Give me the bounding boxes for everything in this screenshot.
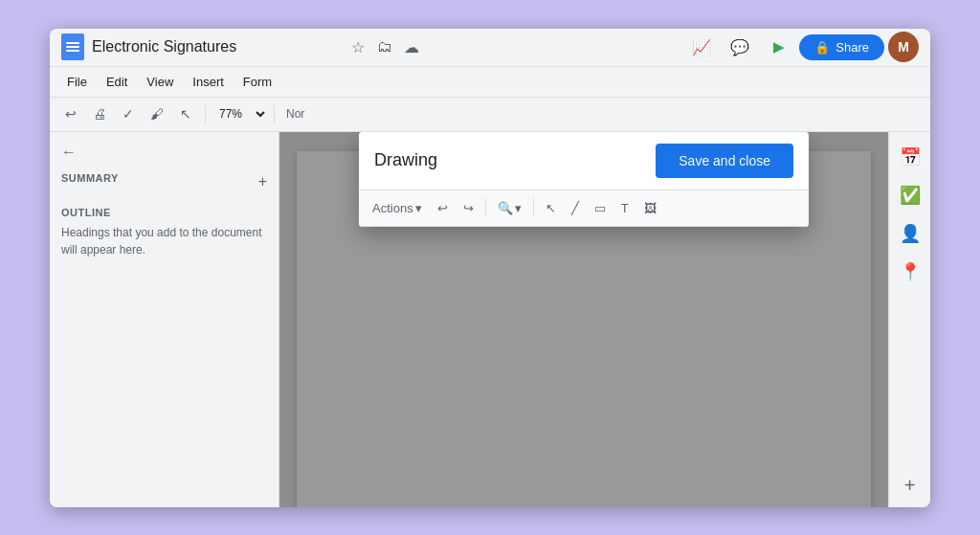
- print-button[interactable]: 🖨: [86, 100, 113, 127]
- drawing-toolbar: Actions ▾ ↩ ↪ 🔍▾ ↖ ╱ ▭ T: [359, 190, 809, 227]
- menu-format[interactable]: Form: [234, 71, 281, 93]
- paint-format-button[interactable]: 🖌: [144, 100, 170, 127]
- modal-overlay: Drawing Save and close Actions ▾ ↩ ↪: [279, 132, 888, 507]
- dialog-title: Drawing: [374, 150, 437, 170]
- menu-file[interactable]: File: [57, 71, 97, 93]
- normal-style-select[interactable]: Nor: [280, 100, 310, 127]
- text-tool-button[interactable]: T: [615, 194, 635, 221]
- undo-button[interactable]: ↩: [57, 100, 84, 127]
- toolbar: ↩ 🖨 ✓ 🖌 ↖ 77% 100% Nor: [50, 98, 930, 132]
- cloud-icon[interactable]: ☁: [402, 37, 421, 56]
- doc-area: Drawing Save and close Actions ▾ ↩ ↪: [279, 132, 888, 507]
- right-sidebar: 📅 ✅ 👤 📍 +: [888, 132, 930, 507]
- share-button[interactable]: 🔒 Share: [799, 34, 884, 60]
- calendar-sidebar-icon[interactable]: 📅: [893, 140, 927, 174]
- title-actions: ☆ 🗂 ☁: [348, 37, 421, 56]
- star-icon[interactable]: ☆: [348, 37, 368, 56]
- tasks-sidebar-icon[interactable]: ✅: [893, 178, 927, 212]
- doc-icon: [61, 33, 84, 60]
- summary-label: SUMMARY: [61, 172, 119, 184]
- menu-view[interactable]: View: [137, 71, 183, 93]
- menu-bar: File Edit View Insert Form: [50, 67, 930, 98]
- line-tool-button[interactable]: ╱: [566, 194, 585, 221]
- actions-chevron-icon: ▾: [415, 201, 422, 215]
- drawing-divider-2: [533, 198, 534, 217]
- meet-icon[interactable]: ▶: [761, 30, 795, 64]
- drawing-divider-1: [485, 198, 486, 217]
- dialog-header: Drawing Save and close: [359, 132, 809, 190]
- pointer-button[interactable]: ↖: [172, 100, 199, 127]
- maps-sidebar-icon[interactable]: 📍: [893, 255, 927, 289]
- app-window: Electronic Signatures ☆ 🗂 ☁ 📈 💬 ▶ 🔒 Shar…: [50, 29, 930, 507]
- chart-icon[interactable]: 📈: [684, 30, 719, 64]
- menu-edit[interactable]: Edit: [97, 71, 137, 93]
- save-and-close-button[interactable]: Save and close: [656, 144, 793, 178]
- title-bar: Electronic Signatures ☆ 🗂 ☁ 📈 💬 ▶ 🔒 Shar…: [50, 29, 930, 67]
- contacts-sidebar-icon[interactable]: 👤: [893, 216, 927, 251]
- chat-icon[interactable]: 💬: [723, 30, 757, 64]
- zoom-icon: 🔍: [498, 201, 513, 215]
- outline-description: Headings that you add to the document wi…: [61, 224, 267, 258]
- image-tool-button[interactable]: 🖼: [638, 194, 662, 221]
- undo-drawing-button[interactable]: ↩: [432, 194, 454, 221]
- summary-add-icon[interactable]: +: [258, 173, 267, 190]
- actions-menu[interactable]: Actions ▾: [367, 194, 428, 221]
- redo-drawing-button[interactable]: ↪: [457, 194, 479, 221]
- menu-insert[interactable]: Insert: [183, 71, 234, 93]
- toolbar-divider-1: [205, 104, 206, 123]
- select-tool-button[interactable]: ↖: [540, 194, 562, 221]
- sidebar-back-button[interactable]: ←: [61, 144, 267, 161]
- spell-check-button[interactable]: ✓: [115, 100, 142, 127]
- summary-section: SUMMARY +: [61, 172, 267, 191]
- share-lock-icon: 🔒: [814, 40, 830, 55]
- main-content: ← SUMMARY + OUTLINE Headings that you ad…: [50, 132, 930, 507]
- drawing-dialog: Drawing Save and close Actions ▾ ↩ ↪: [359, 132, 809, 227]
- zoom-chevron: ▾: [515, 201, 522, 215]
- shape-tool-button[interactable]: ▭: [589, 194, 612, 221]
- right-icons: 📈 💬 ▶ 🔒 Share M: [684, 30, 919, 64]
- toolbar-divider-2: [274, 104, 275, 123]
- document-title: Electronic Signatures: [92, 38, 341, 56]
- folder-icon[interactable]: 🗂: [375, 37, 394, 56]
- zoom-drawing-button[interactable]: 🔍▾: [492, 194, 527, 221]
- zoom-select[interactable]: 77% 100%: [212, 104, 268, 123]
- left-sidebar: ← SUMMARY + OUTLINE Headings that you ad…: [50, 132, 279, 507]
- avatar[interactable]: M: [888, 32, 919, 62]
- add-sidebar-button[interactable]: +: [897, 473, 924, 500]
- outline-label: OUTLINE: [61, 207, 267, 218]
